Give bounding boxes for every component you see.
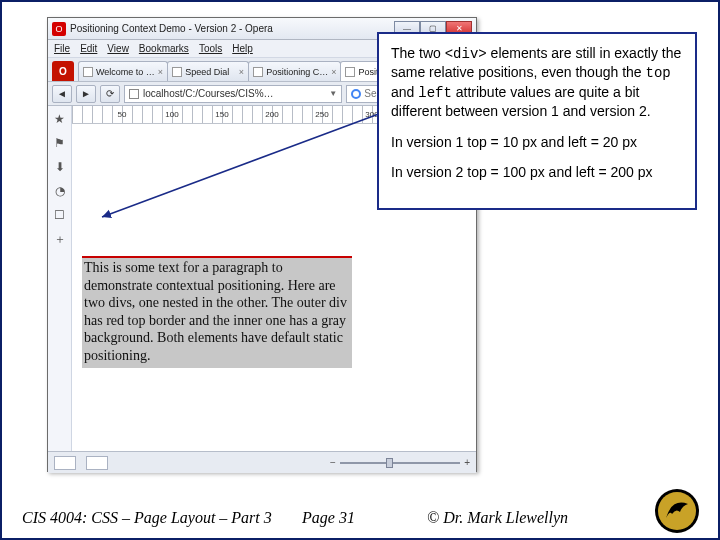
status-bar: − + bbox=[48, 451, 476, 473]
tab-close-icon[interactable]: × bbox=[239, 67, 244, 77]
callout-paragraph-1: The two <div> elements are still in exac… bbox=[391, 44, 683, 121]
favicon-icon bbox=[253, 67, 263, 77]
page-icon bbox=[129, 89, 139, 99]
download-icon[interactable]: ⬇ bbox=[53, 160, 67, 174]
back-button[interactable]: ◄ bbox=[52, 85, 72, 103]
forward-icon: ► bbox=[81, 88, 91, 99]
menu-edit[interactable]: Edit bbox=[80, 43, 97, 54]
svg-point-3 bbox=[658, 492, 696, 530]
forward-button[interactable]: ► bbox=[76, 85, 96, 103]
zoom-in-icon[interactable]: + bbox=[464, 457, 470, 468]
menu-file[interactable]: File bbox=[54, 43, 70, 54]
add-panel-icon[interactable]: ＋ bbox=[53, 232, 67, 246]
window-title: Positioning Context Demo - Version 2 - O… bbox=[70, 23, 394, 34]
menu-help[interactable]: Help bbox=[232, 43, 253, 54]
address-bar[interactable]: localhost/C:/Courses/CIS%… ▼ bbox=[124, 85, 342, 103]
favicon-icon bbox=[172, 67, 182, 77]
tab-positioning-1[interactable]: Positioning C…× bbox=[248, 61, 341, 81]
svg-point-0 bbox=[352, 90, 360, 98]
callout-paragraph-2: In version 1 top = 10 px and left = 20 p… bbox=[391, 133, 683, 151]
zoom-out-icon[interactable]: − bbox=[330, 457, 336, 468]
menu-view[interactable]: View bbox=[107, 43, 129, 54]
star-icon[interactable]: ★ bbox=[53, 112, 67, 126]
address-text: localhost/C:/Courses/CIS%… bbox=[143, 88, 274, 99]
tab-close-icon[interactable]: × bbox=[331, 67, 336, 77]
tab-close-icon[interactable]: × bbox=[158, 67, 163, 77]
back-icon: ◄ bbox=[57, 88, 67, 99]
reload-button[interactable]: ⟳ bbox=[100, 85, 120, 103]
reload-icon: ⟳ bbox=[106, 88, 114, 99]
dropdown-icon[interactable]: ▼ bbox=[329, 89, 337, 98]
flag-icon[interactable]: ⚑ bbox=[53, 136, 67, 150]
callout-paragraph-3: In version 2 top = 100 px and left = 200… bbox=[391, 163, 683, 181]
footer-page-number: Page 31 bbox=[302, 509, 355, 527]
tab-label: Speed Dial bbox=[185, 67, 229, 77]
footer-course: CIS 4004: CSS – Page Layout – Part 3 bbox=[22, 509, 272, 527]
demo-paragraph-text: This is some text for a paragraph to dem… bbox=[84, 260, 347, 363]
ucf-pegasus-logo bbox=[654, 488, 700, 534]
note-icon[interactable]: ☐ bbox=[53, 208, 67, 222]
status-reload-icon[interactable] bbox=[54, 456, 76, 470]
menu-bookmarks[interactable]: Bookmarks bbox=[139, 43, 189, 54]
zoom-slider[interactable]: − + bbox=[330, 457, 470, 468]
footer-author: © Dr. Mark Llewellyn bbox=[427, 509, 568, 527]
explanation-callout: The two <div> elements are still in exac… bbox=[377, 32, 697, 210]
demo-outer-div: This is some text for a paragraph to dem… bbox=[82, 256, 352, 368]
status-view-icon[interactable] bbox=[86, 456, 108, 470]
tab-label: Welcome to … bbox=[96, 67, 155, 77]
zoom-thumb[interactable] bbox=[386, 458, 393, 468]
history-icon[interactable]: ◔ bbox=[53, 184, 67, 198]
tab-welcome[interactable]: Welcome to …× bbox=[78, 61, 168, 81]
favicon-icon bbox=[83, 67, 93, 77]
google-icon bbox=[351, 89, 361, 99]
tab-speed-dial[interactable]: Speed Dial× bbox=[167, 61, 249, 81]
menu-tools[interactable]: Tools bbox=[199, 43, 222, 54]
opera-menu-button[interactable]: O bbox=[52, 61, 74, 81]
panel-sidebar: ★ ⚑ ⬇ ◔ ☐ ＋ bbox=[48, 106, 72, 451]
slide-footer: CIS 4004: CSS – Page Layout – Part 3 Pag… bbox=[2, 498, 718, 538]
opera-icon: O bbox=[52, 22, 66, 36]
tab-label: Positioning C… bbox=[266, 67, 328, 77]
demo-inner-div: This is some text for a paragraph to dem… bbox=[82, 258, 352, 368]
favicon-icon bbox=[345, 67, 355, 77]
